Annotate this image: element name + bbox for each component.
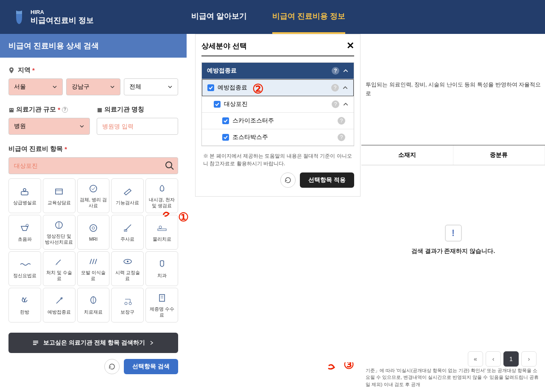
tab-learn[interactable]: 비급여 알아보기: [191, 0, 247, 34]
category-icon: [156, 183, 168, 195]
chevron-down-icon: [110, 84, 115, 89]
category-icon: [122, 222, 134, 234]
help-icon[interactable]: ?: [332, 67, 339, 75]
chevron-up-icon: [342, 85, 348, 91]
category-tile[interactable]: 검체, 병리 검사료: [77, 178, 110, 213]
refresh-icon: [108, 363, 116, 370]
category-tree: 예방접종료 ? 예방접종료 ? 대상포진 ? 스카이조스터주 ? 조스타박스주 …: [201, 62, 354, 146]
category-tile[interactable]: 한방: [8, 288, 41, 322]
category-tile[interactable]: 교육상담료: [43, 178, 75, 213]
popup-footnote: ※ 본 페이지에서 제공하는 도움말의 내용은 절대적 기준이 아니오니 참고자…: [203, 152, 352, 167]
pagination: « ‹ 1 ›: [468, 351, 537, 367]
category-tile[interactable]: 영상진단 및 방사선치료료: [43, 215, 75, 250]
tree-row-zosta[interactable]: 조스타박스주 ?: [202, 129, 354, 146]
tree-row-vaccine[interactable]: 예방접종료 ?: [202, 79, 354, 96]
svg-rect-30: [33, 341, 38, 342]
chevron-down-icon: [168, 84, 173, 89]
category-label: 상급병실료: [13, 200, 36, 206]
region-detail-select[interactable]: 전체: [124, 78, 178, 95]
tree-row-sky[interactable]: 스카이조스터주 ?: [202, 113, 354, 129]
category-tile[interactable]: 치료재료: [77, 288, 110, 322]
category-tile[interactable]: 제증명 수수료: [145, 288, 178, 322]
category-tile[interactable]: 치과: [145, 251, 178, 286]
region-district-select[interactable]: 강남구: [66, 78, 120, 95]
category-tile[interactable]: MRI: [77, 215, 110, 250]
checkbox-checked-icon[interactable]: [222, 134, 229, 141]
category-label: 모발 이식술료: [79, 270, 108, 282]
popup-refresh-button[interactable]: [280, 172, 296, 188]
help-icon[interactable]: ?: [62, 107, 68, 113]
category-icon: [122, 186, 134, 197]
category-label: 치료재료: [84, 309, 103, 315]
category-tile[interactable]: 기능검사료: [111, 178, 144, 213]
checkbox-checked-icon[interactable]: [222, 117, 229, 124]
pin-icon: [8, 67, 14, 73]
item-search-input[interactable]: [8, 157, 178, 174]
category-icon: [53, 295, 65, 307]
category-label: 초음파: [18, 236, 32, 242]
svg-rect-2: [10, 109, 11, 110]
category-tile[interactable]: 예방접종료: [43, 288, 75, 322]
svg-point-15: [90, 225, 97, 231]
close-icon[interactable]: ✕: [347, 40, 354, 51]
items-label: 비급여 진료비 항목*: [8, 145, 178, 153]
results-table-header: 소재지 중분류: [361, 145, 545, 165]
category-tile[interactable]: 정신요법료: [8, 251, 41, 286]
svg-point-8: [23, 189, 26, 191]
page-1-button[interactable]: 1: [503, 351, 519, 367]
refresh-button[interactable]: [104, 359, 120, 374]
category-tile[interactable]: 처치 및 수술료: [43, 251, 75, 286]
category-icon: [156, 259, 168, 270]
building-icon: [97, 107, 103, 113]
logo-text: HIRA 비급여진료비 정보: [31, 9, 94, 25]
category-icon: [19, 259, 31, 270]
help-icon[interactable]: ?: [338, 117, 345, 125]
arrow-right-icon: [149, 340, 154, 345]
svg-point-19: [159, 226, 162, 228]
page-next-button[interactable]: ›: [521, 351, 537, 367]
svg-rect-7: [21, 192, 28, 195]
category-label: 기능검사료: [116, 200, 139, 206]
category-tile[interactable]: 주사료: [111, 215, 144, 250]
help-icon[interactable]: ?: [338, 133, 345, 141]
checkbox-checked-icon[interactable]: [214, 101, 221, 108]
annotation-3: ③: [322, 362, 365, 388]
page-first-button[interactable]: «: [468, 351, 483, 367]
category-tile[interactable]: 상급병실료: [8, 178, 41, 213]
category-tile[interactable]: 물리치료: [145, 215, 178, 250]
category-label: 내시경, 천자 및 생검료: [148, 197, 176, 209]
category-tile[interactable]: 시력 교정술료: [111, 251, 144, 286]
tab-cost-info[interactable]: 비급여 진료비용 정보: [272, 0, 345, 34]
category-icon: [122, 295, 134, 307]
help-icon[interactable]: ?: [331, 84, 339, 92]
checkbox-checked-icon[interactable]: [207, 84, 214, 91]
apply-selection-button[interactable]: 선택항목 적용: [300, 172, 354, 188]
category-tile[interactable]: 초음파: [8, 215, 41, 250]
svg-point-5: [166, 162, 172, 168]
category-icon: [87, 183, 99, 195]
category-label: 물리치료: [153, 236, 171, 242]
category-icon: [156, 292, 168, 304]
help-icon[interactable]: ?: [332, 100, 339, 108]
region-label: 지역*: [8, 66, 178, 74]
svg-point-11: [90, 185, 97, 192]
scale-select[interactable]: 병원: [8, 118, 90, 135]
category-tile[interactable]: 내시경, 천자 및 생검료: [145, 178, 178, 213]
category-label: 교육상담료: [48, 200, 71, 206]
svg-rect-1: [9, 108, 14, 112]
page-prev-button[interactable]: ‹: [486, 351, 501, 367]
category-tile[interactable]: 보장구: [111, 288, 144, 322]
tree-group-header[interactable]: 예방접종료 ?: [202, 63, 354, 79]
svg-text:③: ③: [344, 362, 354, 371]
hospital-name-input[interactable]: [97, 118, 178, 135]
all-items-search-button[interactable]: 보고싶은 의료기관 전체 항목 검색하기: [8, 333, 178, 353]
tree-row-shingles[interactable]: 대상포진 ?: [202, 96, 354, 113]
category-label: 보장구: [120, 309, 134, 315]
chevron-down-icon: [79, 124, 84, 129]
th-location: 소재지: [361, 145, 453, 165]
search-icon-button[interactable]: [165, 161, 175, 171]
region-city-select[interactable]: 서울: [8, 78, 63, 95]
search-selected-button[interactable]: 선택항목 검색: [124, 359, 178, 374]
brand-small: HIRA: [31, 9, 94, 15]
category-tile[interactable]: 모발 이식술료: [77, 251, 110, 286]
